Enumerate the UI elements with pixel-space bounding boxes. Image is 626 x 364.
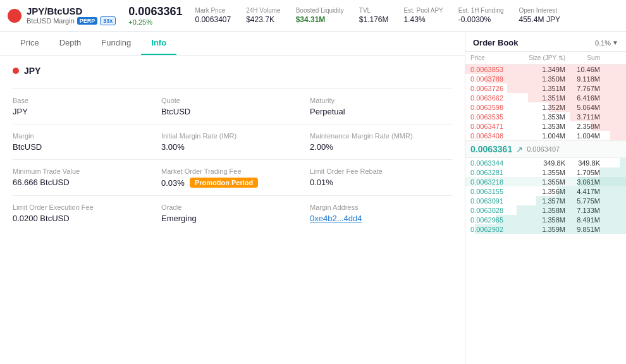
stat-label: 24H Volume bbox=[246, 7, 280, 14]
promo-badge: Promotion Period bbox=[190, 178, 258, 188]
ob-rows: 0.0063853 1.349M 10.46M 0.0063789 1.350M… bbox=[465, 64, 626, 364]
ob-mid-mark: 0.0063407 bbox=[527, 145, 560, 153]
stat-value: 1.43% bbox=[404, 15, 443, 24]
ob-precision-value: 0.1% bbox=[595, 39, 611, 47]
stat-value: $423.7K bbox=[246, 15, 280, 24]
maturity-value: Perpetual bbox=[310, 107, 452, 116]
divider-3 bbox=[13, 159, 452, 160]
ask-price: 0.0063662 bbox=[470, 94, 515, 102]
limit-rebate-label: Limit Order Fee Rebate bbox=[310, 167, 452, 175]
stat-item: Boosted Liquidity $34.31M bbox=[296, 7, 344, 24]
table-row[interactable]: 0.0063853 1.349M 10.46M bbox=[465, 64, 626, 74]
stat-label: Boosted Liquidity bbox=[296, 7, 344, 14]
limit-exec-label: Limit Order Execution Fee bbox=[13, 203, 155, 211]
stat-value: 0.0063407 bbox=[195, 15, 231, 24]
table-row[interactable]: 0.0062902 1.359M 9.851M bbox=[465, 224, 626, 234]
ask-size: 1.004M bbox=[515, 132, 565, 140]
header-stats: Mark Price 0.0063407 24H Volume $423.7K … bbox=[195, 7, 618, 24]
ob-col-size: Size (JPY ⇅) bbox=[515, 54, 565, 61]
table-row[interactable]: 0.0063408 1.004M 1.004M bbox=[465, 131, 626, 140]
ob-precision-selector[interactable]: 0.1% ▼ bbox=[595, 39, 618, 47]
leverage-badge[interactable]: 33x bbox=[100, 16, 116, 25]
main-price: 0.0063361 bbox=[128, 5, 182, 18]
stat-item: Est. Pool APY 1.43% bbox=[404, 7, 443, 24]
base-cell: Base JPY bbox=[13, 97, 155, 116]
table-row[interactable]: 0.0063028 1.358M 7.133M bbox=[465, 205, 626, 215]
margin-addr-value[interactable]: 0xe4b2...4dd4 bbox=[310, 214, 452, 223]
bid-size: 349.8K bbox=[515, 159, 565, 167]
stat-item: TVL $1.176M bbox=[359, 7, 389, 24]
instrument-name: JPY bbox=[13, 66, 452, 76]
tab-price[interactable]: Price bbox=[10, 32, 49, 55]
stat-label: Mark Price bbox=[195, 7, 231, 14]
base-value: JPY bbox=[13, 107, 155, 116]
quote-cell: Quote BtcUSD bbox=[161, 97, 304, 116]
bid-sum: 1.705M bbox=[565, 169, 600, 176]
ob-mid: 0.0063361 ↗ 0.0063407 bbox=[465, 140, 626, 158]
table-row[interactable]: 0.0063535 1.353M 3.711M bbox=[465, 112, 626, 121]
table-row[interactable]: 0.0062965 1.358M 8.491M bbox=[465, 215, 626, 224]
pair-info: JPY/BtcUSD BtcUSD Margin PERP 33x bbox=[8, 6, 116, 25]
table-row[interactable]: 0.0063789 1.350M 9.118M bbox=[465, 74, 626, 83]
order-book-panel: Order Book 0.1% ▼ Price Size (JPY ⇅) Sum… bbox=[465, 32, 626, 364]
divider-4 bbox=[13, 195, 452, 196]
ask-price: 0.0063408 bbox=[470, 132, 515, 140]
stat-value: $1.176M bbox=[359, 15, 389, 24]
table-row[interactable]: 0.0063471 1.353M 2.358M bbox=[465, 121, 626, 131]
margin-label: Margin bbox=[13, 132, 155, 140]
ob-bids: 0.0063344 349.8K 349.8K 0.0063281 1.355M… bbox=[465, 158, 626, 234]
limit-rebate-cell: Limit Order Fee Rebate 0.01% bbox=[310, 167, 452, 188]
ob-mid-price: 0.0063361 bbox=[470, 144, 512, 154]
oracle-cell: Oracle Emerging bbox=[161, 203, 304, 223]
limit-rebate-value: 0.01% bbox=[310, 178, 452, 187]
margin-cell: Margin BtcUSD bbox=[13, 132, 155, 152]
table-row[interactable]: 0.0063344 349.8K 349.8K bbox=[465, 158, 626, 167]
table-row[interactable]: 0.0063662 1.351M 6.416M bbox=[465, 93, 626, 102]
info-grid-1: Base JPY Quote BtcUSD Maturity Perpetual bbox=[13, 97, 452, 116]
bid-price: 0.0063344 bbox=[470, 159, 515, 167]
table-row[interactable]: 0.0063726 1.351M 7.767M bbox=[465, 83, 626, 93]
bid-price: 0.0063028 bbox=[470, 207, 515, 214]
table-row[interactable]: 0.0063155 1.356M 4.417M bbox=[465, 186, 626, 196]
stat-value: -0.0030% bbox=[458, 15, 504, 24]
mmr-label: Maintenance Margin Rate (MMR) bbox=[310, 132, 452, 140]
bid-sum: 349.8K bbox=[565, 159, 600, 167]
tab-info[interactable]: Info bbox=[141, 32, 176, 55]
table-row[interactable]: 0.0063091 1.357M 5.775M bbox=[465, 196, 626, 205]
bid-size: 1.355M bbox=[515, 178, 565, 186]
pair-icon bbox=[8, 9, 21, 23]
table-row[interactable]: 0.0063281 1.355M 1.705M bbox=[465, 167, 626, 177]
stat-item: 24H Volume $423.7K bbox=[246, 7, 280, 24]
instrument-dot bbox=[13, 68, 19, 74]
ob-header: Order Book 0.1% ▼ bbox=[465, 32, 626, 52]
quote-value: BtcUSD bbox=[161, 107, 304, 116]
min-trade-label: Minimum Trade Value bbox=[13, 167, 155, 175]
info-grid-2: Margin BtcUSD Initial Margin Rate (IMR) … bbox=[13, 132, 452, 152]
imr-cell: Initial Margin Rate (IMR) 3.00% bbox=[161, 132, 304, 152]
stat-label: Open Interest bbox=[519, 7, 560, 14]
limit-exec-cell: Limit Order Execution Fee 0.0200 BtcUSD bbox=[13, 203, 155, 223]
chevron-down-icon: ▼ bbox=[612, 39, 618, 46]
market-fee-label: Market Order Trading Fee bbox=[161, 167, 304, 175]
imr-value: 3.00% bbox=[161, 142, 304, 152]
tab-depth[interactable]: Depth bbox=[49, 32, 92, 55]
table-row[interactable]: 0.0063598 1.352M 5.064M bbox=[465, 102, 626, 112]
instrument-label: JPY bbox=[24, 66, 40, 76]
stat-item: Mark Price 0.0063407 bbox=[195, 7, 231, 24]
tab-funding[interactable]: Funding bbox=[91, 32, 141, 55]
pair-name[interactable]: JPY/BtcUSD bbox=[27, 6, 116, 16]
maturity-cell: Maturity Perpetual bbox=[310, 97, 452, 116]
price-main: 0.0063361 +0.25% bbox=[128, 5, 182, 26]
oracle-label: Oracle bbox=[161, 203, 304, 211]
imr-label: Initial Margin Rate (IMR) bbox=[161, 132, 304, 140]
divider-2 bbox=[13, 124, 452, 124]
main-layout: PriceDepthFundingInfo JPY Base JPY Quote… bbox=[0, 32, 626, 364]
ask-price: 0.0063471 bbox=[470, 123, 515, 130]
market-fee-value: 0.03% bbox=[161, 178, 185, 188]
bid-price: 0.0063155 bbox=[470, 188, 515, 195]
ob-title: Order Book bbox=[473, 38, 519, 47]
stat-label: TVL bbox=[359, 7, 389, 14]
ob-col-sum: Sum bbox=[565, 54, 600, 61]
ask-price: 0.0063535 bbox=[470, 113, 515, 121]
table-row[interactable]: 0.0063218 1.355M 3.061M bbox=[465, 177, 626, 186]
